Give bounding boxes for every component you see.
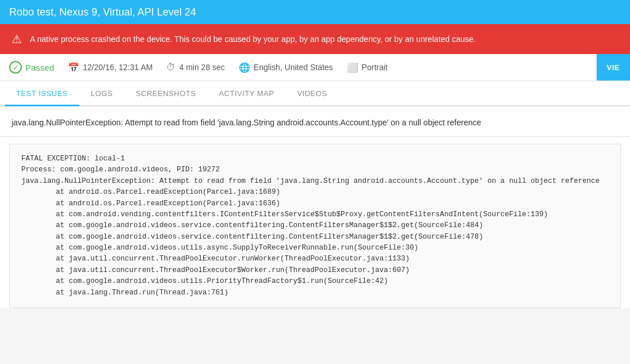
- warning-banner: ⚠ A native process crashed on the device…: [0, 24, 630, 54]
- calendar-icon: 📅: [68, 62, 79, 73]
- title-text: Robo test, Nexus 9, Virtual, API Level 2…: [9, 6, 196, 18]
- main-content: java.lang.NullPointerException: Attempt …: [0, 106, 630, 308]
- orientation-status: ⬜ Portrait: [347, 62, 388, 73]
- exception-header: java.lang.NullPointerException: Attempt …: [0, 106, 630, 137]
- passed-status: ✓ Passed: [9, 61, 54, 74]
- passed-label: Passed: [25, 63, 54, 72]
- tab-videos[interactable]: VIDEOS: [285, 81, 338, 106]
- view-button[interactable]: VIE: [597, 54, 630, 81]
- datetime-status: 📅 12/20/16, 12:31 AM: [68, 62, 152, 73]
- title-bar: Robo test, Nexus 9, Virtual, API Level 2…: [0, 0, 630, 24]
- orientation-value: Portrait: [362, 63, 388, 72]
- stack-trace: FATAL EXCEPTION: local-1 Process: com.go…: [21, 154, 609, 298]
- tab-screenshots[interactable]: SCREENSHOTS: [124, 81, 207, 106]
- warning-message: A native process crashed on the device. …: [30, 35, 476, 44]
- tab-test-issues[interactable]: TEST ISSUES: [5, 81, 79, 106]
- globe-icon: 🌐: [239, 62, 250, 73]
- duration-status: ⏱ 4 min 28 sec: [166, 62, 224, 72]
- locale-value: English, United States: [254, 63, 333, 72]
- tab-activity-map[interactable]: ACTIVITY MAP: [207, 81, 285, 106]
- tab-logs[interactable]: LOGS: [79, 81, 124, 106]
- check-icon: ✓: [9, 61, 22, 74]
- status-bar: ✓ Passed 📅 12/20/16, 12:31 AM ⏱ 4 min 28…: [0, 54, 630, 81]
- tabs-bar: TEST ISSUES LOGS SCREENSHOTS ACTIVITY MA…: [0, 81, 630, 106]
- locale-status: 🌐 English, United States: [239, 62, 333, 73]
- stack-trace-container: FATAL EXCEPTION: local-1 Process: com.go…: [9, 144, 621, 308]
- clock-icon: ⏱: [166, 62, 175, 72]
- orientation-icon: ⬜: [347, 62, 358, 73]
- warning-icon: ⚠: [12, 32, 22, 46]
- datetime-value: 12/20/16, 12:31 AM: [83, 63, 152, 72]
- duration-value: 4 min 28 sec: [179, 63, 224, 72]
